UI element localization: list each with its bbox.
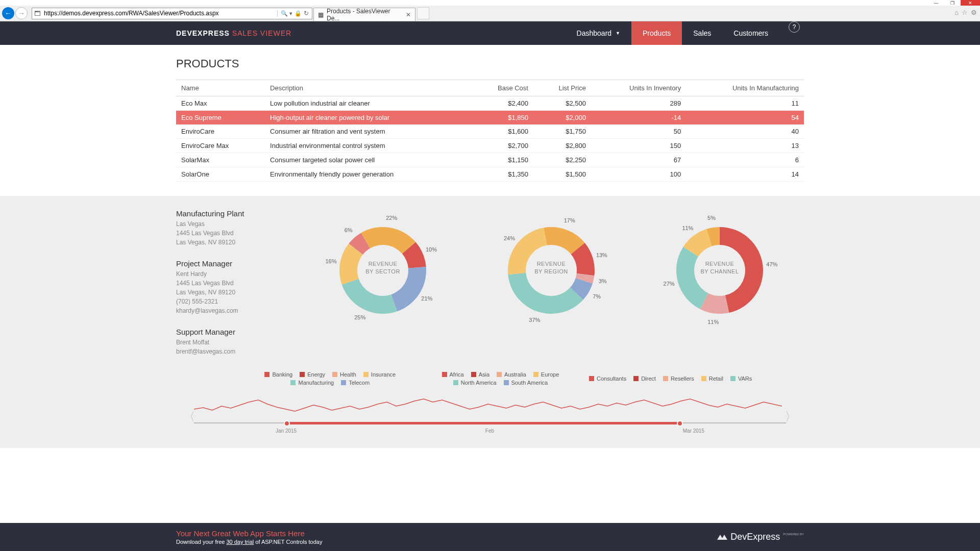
legend-item[interactable]: Resellers bbox=[663, 371, 694, 386]
url-input[interactable] bbox=[43, 10, 274, 17]
favorites-icon[interactable]: ☆ bbox=[962, 9, 968, 16]
table-row[interactable]: Eco SupremeHigh-output air cleaner power… bbox=[176, 111, 804, 125]
info-line: Las Vegas bbox=[176, 219, 288, 229]
footer-headline: Your Next Great Web App Starts Here bbox=[176, 529, 322, 538]
donut-chart: 22%10%21%25%16%6% REVENUEBY SECTOR bbox=[306, 209, 459, 332]
legend-swatch-icon bbox=[363, 372, 369, 377]
cell: $2,700 bbox=[471, 139, 533, 153]
trial-link[interactable]: 30 day trial bbox=[226, 539, 254, 545]
home-icon[interactable]: ⌂ bbox=[954, 9, 959, 16]
svg-text:10%: 10% bbox=[426, 246, 437, 253]
info-line: (702) 555-2321 bbox=[176, 297, 288, 306]
legend-item[interactable]: Insurance bbox=[363, 371, 396, 378]
table-row[interactable]: Eco MaxLow pollution industrial air clea… bbox=[176, 96, 804, 111]
cell: EnviroCare Max bbox=[176, 139, 265, 153]
url-bar[interactable]: 🗔 🔍 ▾ 🔒 ↻ bbox=[32, 8, 312, 19]
sparkline-label: Feb bbox=[485, 428, 494, 434]
nav-forward-button[interactable]: → bbox=[15, 7, 28, 19]
info-line: 1445 Las Vegas Blvd bbox=[176, 279, 288, 288]
info-line: Las Vegas, NV 89120 bbox=[176, 238, 288, 247]
chart-title: REVENUEBY SECTOR bbox=[306, 260, 459, 276]
legend-item[interactable]: Manufacturing bbox=[290, 380, 334, 386]
table-row[interactable]: EnviroCareConsumer air filtration and ve… bbox=[176, 124, 804, 139]
legend-swatch-icon bbox=[533, 372, 538, 377]
legend-swatch-icon bbox=[442, 372, 447, 377]
legend-item[interactable]: VARs bbox=[730, 371, 752, 386]
nav-item-sales[interactable]: Sales bbox=[682, 21, 722, 45]
range-handle-start[interactable] bbox=[284, 420, 290, 427]
help-button[interactable]: ? bbox=[789, 21, 800, 33]
info-title: Project Manager bbox=[176, 259, 288, 268]
sparkline-label: Mar 2015 bbox=[683, 428, 704, 434]
legend-item[interactable]: Health bbox=[332, 371, 356, 378]
page-icon: 🗔 bbox=[32, 10, 43, 17]
legend-item[interactable]: South America bbox=[504, 380, 548, 386]
legend-swatch-icon bbox=[290, 380, 296, 385]
info-line: khardy@lasvegas.com bbox=[176, 306, 288, 315]
footer: Your Next Great Web App Starts Here Down… bbox=[0, 523, 980, 551]
date-next-button[interactable]: 〉 bbox=[785, 409, 796, 424]
legend-item[interactable]: Telecom bbox=[341, 380, 370, 386]
products-table: NameDescriptionBase CostList PriceUnits … bbox=[176, 80, 804, 182]
legend-item[interactable]: Banking bbox=[264, 371, 292, 378]
legend-item[interactable]: Australia bbox=[497, 371, 526, 378]
cell: Consumer targeted solar power cell bbox=[265, 153, 471, 167]
table-row[interactable]: EnviroCare MaxIndustrial environmental c… bbox=[176, 139, 804, 153]
lock-icon: 🔒 bbox=[295, 10, 302, 17]
legend-item[interactable]: Retail bbox=[701, 371, 723, 386]
cell: 40 bbox=[686, 124, 804, 139]
column-header[interactable]: Units In Manufacturing bbox=[686, 80, 804, 96]
date-prev-button[interactable]: 〈 bbox=[184, 409, 195, 424]
svg-text:21%: 21% bbox=[421, 295, 432, 302]
cell: $1,500 bbox=[533, 167, 591, 182]
cell: Eco Supreme bbox=[176, 111, 265, 125]
legend-item[interactable]: Europe bbox=[533, 371, 559, 378]
nav-item-dashboard[interactable]: Dashboard▼ bbox=[566, 21, 631, 45]
search-icon[interactable]: 🔍 ▾ bbox=[277, 10, 292, 17]
table-row[interactable]: SolarMaxConsumer targeted solar power ce… bbox=[176, 153, 804, 167]
range-handle-end[interactable] bbox=[677, 420, 683, 427]
nav-back-button[interactable]: ← bbox=[2, 7, 14, 19]
column-header[interactable]: List Price bbox=[533, 80, 591, 96]
legend-swatch-icon bbox=[264, 372, 270, 377]
legend-swatch-icon bbox=[453, 380, 458, 385]
legend-item[interactable]: North America bbox=[453, 380, 497, 386]
svg-text:11%: 11% bbox=[682, 225, 693, 231]
window-minimize-button[interactable]: — bbox=[928, 0, 944, 6]
cell: -14 bbox=[591, 111, 686, 125]
new-tab-button[interactable] bbox=[417, 7, 429, 19]
legend-item[interactable]: Direct bbox=[633, 371, 656, 386]
info-title: Support Manager bbox=[176, 328, 288, 336]
cell: Consumer air filtration and vent system bbox=[265, 124, 471, 139]
legend-item[interactable]: Asia bbox=[471, 371, 489, 378]
column-header[interactable]: Units In Inventory bbox=[591, 80, 686, 96]
cell: $2,800 bbox=[533, 139, 591, 153]
legend-item[interactable]: Energy bbox=[300, 371, 325, 378]
sparkline-chart bbox=[194, 395, 786, 420]
window-maximize-button[interactable]: ❐ bbox=[944, 0, 961, 6]
column-header[interactable]: Name bbox=[176, 80, 265, 96]
svg-text:5%: 5% bbox=[707, 215, 716, 221]
column-header[interactable]: Description bbox=[265, 80, 471, 96]
nav-item-products[interactable]: Products bbox=[631, 21, 682, 45]
cell: 13 bbox=[686, 139, 804, 153]
table-row[interactable]: SolarOneEnvironmentally friendly power g… bbox=[176, 167, 804, 182]
date-range-slider[interactable]: 〈 〉 Jan 2015 Feb Mar 2015 bbox=[194, 395, 786, 433]
charts-section: Manufacturing PlantLas Vegas1445 Las Veg… bbox=[0, 196, 980, 448]
svg-text:37%: 37% bbox=[529, 317, 540, 323]
legend-group: AfricaAsiaAustraliaEuropeNorth AmericaSo… bbox=[419, 371, 582, 386]
column-header[interactable]: Base Cost bbox=[471, 80, 533, 96]
window-close-button[interactable]: ✕ bbox=[961, 0, 980, 6]
browser-tab[interactable]: ▦ Products - SalesViewer De... ✕ bbox=[313, 8, 415, 21]
legend-swatch-icon bbox=[471, 372, 476, 377]
tools-icon[interactable]: ⚙ bbox=[971, 9, 977, 16]
legend-item[interactable]: Africa bbox=[442, 371, 464, 378]
nav-item-customers[interactable]: Customers bbox=[722, 21, 779, 45]
refresh-icon[interactable]: ↻ bbox=[304, 10, 309, 17]
svg-text:13%: 13% bbox=[596, 252, 607, 258]
legend-item[interactable]: Consultants bbox=[589, 371, 626, 386]
info-line: Las Vegas, NV 89120 bbox=[176, 288, 288, 297]
tab-close-button[interactable]: ✕ bbox=[406, 11, 411, 18]
cell: $2,000 bbox=[533, 111, 591, 125]
svg-text:7%: 7% bbox=[593, 293, 601, 299]
